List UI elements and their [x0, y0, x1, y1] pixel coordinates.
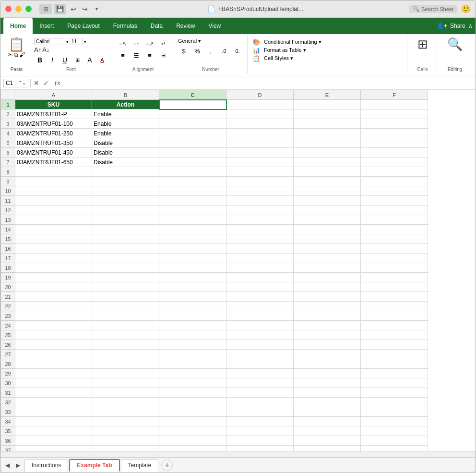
dropdown-button[interactable]: ▾ [91, 4, 102, 14]
tab-view[interactable]: View [202, 18, 227, 34]
row-number[interactable]: 11 [1, 196, 15, 206]
cell-b4[interactable]: Enable [92, 129, 159, 138]
cell-a36[interactable] [15, 436, 92, 446]
cell-c37[interactable] [159, 446, 226, 452]
increase-decimal-icon[interactable]: .0 [218, 45, 230, 57]
cell-d28[interactable] [226, 359, 294, 369]
row-number[interactable]: 12 [1, 206, 15, 215]
tab-data[interactable]: Data [144, 18, 169, 34]
row-number[interactable]: 18 [1, 263, 15, 273]
merge-cells-icon[interactable]: ⊟ [157, 49, 169, 61]
cell-e13[interactable] [294, 215, 361, 225]
save-icon[interactable]: 💾 [54, 4, 66, 14]
cell-c26[interactable] [159, 340, 226, 350]
cell-c34[interactable] [159, 417, 226, 426]
sheet-nav-left-button[interactable]: ◀ [2, 461, 12, 470]
cell-a4[interactable]: 03AMZNTRUF01-250 [15, 129, 92, 138]
row-number[interactable]: 31 [1, 388, 15, 398]
cell-a3[interactable]: 03AMZNTRUF01-100 [15, 119, 92, 129]
cell-f28[interactable] [361, 359, 428, 369]
cell-d20[interactable] [226, 282, 294, 292]
cell-b31[interactable] [92, 388, 159, 398]
cell-a10[interactable] [15, 186, 92, 196]
cell-a33[interactable] [15, 407, 92, 417]
cell-c14[interactable] [159, 225, 226, 234]
col-header-b[interactable]: B [92, 90, 159, 100]
cell-e27[interactable] [294, 350, 361, 359]
cell-d26[interactable] [226, 340, 294, 350]
cell-b20[interactable] [92, 282, 159, 292]
font-color-button[interactable]: A [96, 54, 108, 66]
row-number[interactable]: 27 [1, 350, 15, 359]
cell-a26[interactable] [15, 340, 92, 350]
cell-d5[interactable] [226, 138, 294, 148]
cell-f33[interactable] [361, 407, 428, 417]
cell-b14[interactable] [92, 225, 159, 234]
cell-b19[interactable] [92, 273, 159, 282]
cell-e35[interactable] [294, 426, 361, 436]
cell-a16[interactable] [15, 244, 92, 254]
cell-a32[interactable] [15, 398, 92, 407]
cell-e30[interactable] [294, 378, 361, 388]
cell-a6[interactable]: 03AMZNTRUF01-450 [15, 148, 92, 158]
cell-d14[interactable] [226, 225, 294, 234]
cell-e33[interactable] [294, 407, 361, 417]
close-button[interactable] [5, 6, 12, 12]
cell-c23[interactable] [159, 311, 226, 321]
align-left-icon[interactable]: ≡ [117, 49, 129, 61]
cell-f21[interactable] [361, 292, 428, 302]
cell-f1[interactable] [361, 100, 428, 109]
cell-d35[interactable] [226, 426, 294, 436]
cell-e18[interactable] [294, 263, 361, 273]
cell-d18[interactable] [226, 263, 294, 273]
cell-f24[interactable] [361, 321, 428, 330]
underline-button[interactable]: U [59, 54, 71, 66]
cell-f6[interactable] [361, 148, 428, 158]
format-painter-icon[interactable]: 🖌 [19, 51, 25, 58]
cell-e6[interactable] [294, 148, 361, 158]
cell-f14[interactable] [361, 225, 428, 234]
align-top-left-icon[interactable]: ≡↖ [117, 38, 129, 49]
cell-d21[interactable] [226, 292, 294, 302]
cell-c4[interactable] [159, 129, 226, 138]
cell-d25[interactable] [226, 330, 294, 340]
cell-d36[interactable] [226, 436, 294, 446]
cell-d12[interactable] [226, 206, 294, 215]
cell-c28[interactable] [159, 359, 226, 369]
cell-c17[interactable] [159, 254, 226, 263]
cell-b9[interactable] [92, 177, 159, 186]
tab-home[interactable]: Home [3, 18, 33, 34]
row-number[interactable]: 14 [1, 225, 15, 234]
cell-a11[interactable] [15, 196, 92, 206]
cell-b37[interactable] [92, 446, 159, 452]
share-button[interactable]: 👤+ Share ∧ [437, 23, 473, 29]
maximize-button[interactable] [25, 6, 32, 12]
row-number[interactable]: 29 [1, 369, 15, 378]
cell-d16[interactable] [226, 244, 294, 254]
cell-b24[interactable] [92, 321, 159, 330]
align-top-center-icon[interactable]: ≡↑ [131, 38, 142, 49]
col-header-c[interactable]: C [159, 90, 226, 100]
cell-f25[interactable] [361, 330, 428, 340]
cell-f2[interactable] [361, 109, 428, 119]
cell-c29[interactable] [159, 369, 226, 378]
horizontal-scrollbar[interactable] [0, 451, 476, 457]
cell-a29[interactable] [15, 369, 92, 378]
cell-e34[interactable] [294, 417, 361, 426]
cell-b1[interactable]: Action [92, 100, 159, 109]
cell-c5[interactable] [159, 138, 226, 148]
row-number[interactable]: 17 [1, 254, 15, 263]
font-size-chevron[interactable]: ▾ [84, 39, 86, 44]
cell-c35[interactable] [159, 426, 226, 436]
row-number[interactable]: 33 [1, 407, 15, 417]
number-format-dropdown[interactable]: General ▾ [178, 38, 201, 44]
cell-f31[interactable] [361, 388, 428, 398]
cell-a25[interactable] [15, 330, 92, 340]
cell-d9[interactable] [226, 177, 294, 186]
cell-c16[interactable] [159, 244, 226, 254]
cell-f30[interactable] [361, 378, 428, 388]
formula-confirm-button[interactable]: ✓ [42, 78, 50, 88]
cell-a2[interactable]: 03AMZNTRUF01-P [15, 109, 92, 119]
cell-c27[interactable] [159, 350, 226, 359]
row-number[interactable]: 4 [1, 129, 15, 138]
